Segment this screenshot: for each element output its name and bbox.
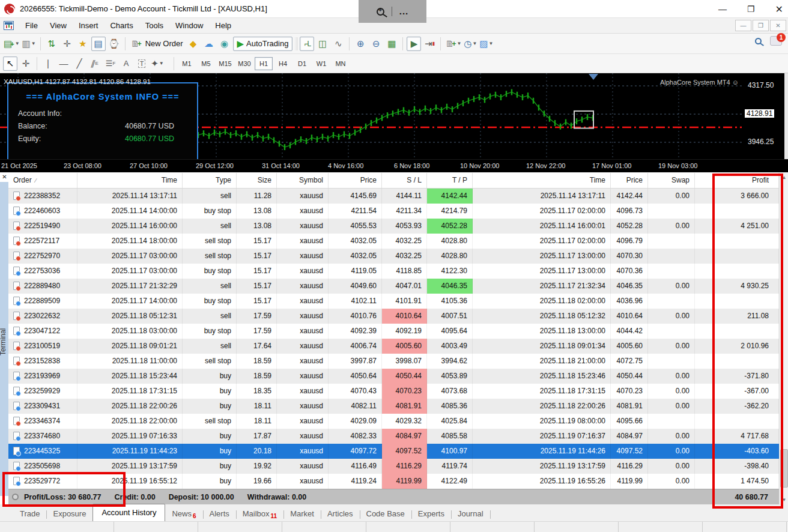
order-row-222388352[interactable]: 2223883522025.11.14 13:17:11sell11.28xau…	[8, 189, 779, 204]
tab-articles[interactable]: Articles	[321, 506, 360, 521]
profiles-button[interactable]: ▥▼	[22, 37, 37, 51]
menu-tools[interactable]: Tools	[139, 19, 169, 32]
terminal-close-icon[interactable]: ✕	[1, 173, 8, 181]
order-row-223259929[interactable]: 2232599292025.11.18 17:31:15buy18.35xauu…	[8, 384, 779, 399]
templates-button[interactable]: ▨▼	[479, 37, 494, 51]
timeframe-m5[interactable]: M5	[197, 57, 215, 70]
order-row-222752970[interactable]: 2227529702025.11.17 03:00:00sell stop15.…	[8, 249, 779, 264]
channel-tool[interactable]: ∥E	[88, 56, 102, 71]
column-header-profit[interactable]: Profit	[695, 173, 779, 188]
market-watch-button[interactable]: ⇅	[44, 37, 59, 51]
tab-alerts[interactable]: Alerts	[203, 506, 236, 521]
tab-journal[interactable]: Journal	[451, 506, 490, 521]
chart-close-button[interactable]: ✕	[770, 20, 786, 31]
tile-windows-button[interactable]: ▦	[384, 37, 399, 51]
trendline-tool[interactable]: ╱	[72, 56, 86, 71]
candlestick-chart-button[interactable]: ◫	[315, 37, 330, 51]
order-row-223529772[interactable]: 2235297722025.11.19 16:55:12buy19.66xauu…	[8, 474, 779, 489]
order-row-223445325[interactable]: 2234453252025.11.19 11:44:23buy20.18xauu…	[8, 444, 779, 459]
column-header-order[interactable]: Order∕	[8, 173, 77, 188]
window-minimize-button[interactable]: —	[718, 4, 727, 14]
chart-minimize-button[interactable]: —	[735, 20, 751, 31]
chart-shift-button[interactable]: ⇥▮	[422, 37, 437, 51]
text-label-tool[interactable]: T	[135, 56, 149, 71]
tab-exposure[interactable]: Exposure	[46, 506, 92, 521]
crosshair-tool[interactable]: ✛	[19, 56, 33, 71]
order-row-223152838[interactable]: 2231528382025.11.18 11:00:00sell stop18.…	[8, 354, 779, 369]
community-button[interactable]: ☁	[202, 37, 216, 51]
order-row-223309431[interactable]: 2233094312025.11.18 22:00:26buy18.11xauu…	[8, 399, 779, 414]
text-tool[interactable]: A	[119, 56, 133, 71]
new-order-button[interactable]: New Order	[145, 39, 183, 48]
window-restore-button[interactable]: ❐	[747, 4, 755, 14]
timeframe-mn[interactable]: MN	[332, 57, 350, 70]
tab-news[interactable]: News6	[165, 506, 202, 521]
terminal-button[interactable]: ▤	[91, 37, 106, 51]
line-chart-button[interactable]: ∿	[331, 37, 345, 51]
horizontal-line-tool[interactable]: —	[56, 56, 71, 71]
search-icon[interactable]	[755, 38, 762, 44]
navigator-button[interactable]: ★	[76, 37, 90, 51]
zoom-in-button[interactable]: ⊕	[353, 37, 368, 51]
tab-trade[interactable]: Trade	[13, 506, 46, 521]
auto-scroll-button[interactable]: ▶	[407, 37, 421, 51]
tab-market[interactable]: Market	[283, 506, 321, 521]
column-header-symbol[interactable]: Symbol	[277, 173, 329, 188]
vertical-line-tool[interactable]: ∣	[41, 56, 55, 71]
menu-help[interactable]: Help	[209, 19, 237, 32]
order-row-223505698[interactable]: 2235056982025.11.19 13:17:59buy19.92xauu…	[8, 459, 779, 474]
bar-chart-button[interactable]: ⌐L	[300, 37, 314, 51]
window-close-button[interactable]: ✕	[775, 4, 783, 15]
timeframe-w1[interactable]: W1	[312, 57, 330, 70]
new-chart-button[interactable]: ▤+▼	[3, 37, 20, 51]
order-row-223193969[interactable]: 2231939692025.11.18 15:23:44buy18.59xauu…	[8, 369, 779, 384]
column-header-price[interactable]: Price	[329, 173, 382, 188]
data-window-button[interactable]: ✛	[60, 37, 74, 51]
capture-more-button[interactable]: ...	[399, 8, 409, 14]
menu-insert[interactable]: Insert	[73, 19, 105, 32]
timeframe-h4[interactable]: H4	[274, 57, 292, 70]
order-row-222889480[interactable]: 2228894802025.11.17 21:32:29sell15.17xau…	[8, 279, 779, 294]
tab-mailbox[interactable]: Mailbox11	[236, 506, 283, 521]
column-header-size[interactable]: Size	[237, 173, 277, 188]
order-row-222460603[interactable]: 2224606032025.11.14 14:00:00buy stop13.0…	[8, 204, 779, 219]
new-order-icon[interactable]: 🗎+	[129, 37, 144, 51]
sound-button[interactable]: ◉	[217, 37, 232, 51]
column-header-price[interactable]: Price	[611, 173, 648, 188]
order-row-223022632[interactable]: 2230226322025.11.18 05:12:31sell17.59xau…	[8, 309, 779, 324]
notifications-icon[interactable]: 1	[770, 36, 782, 46]
timeframe-m1[interactable]: M1	[178, 57, 196, 70]
order-row-223100519[interactable]: 2231005192025.11.18 09:01:21sell17.64xau…	[8, 339, 779, 354]
arrows-tool[interactable]: ✦▼	[150, 56, 165, 71]
tab-experts[interactable]: Experts	[411, 506, 451, 521]
timeframe-d1[interactable]: D1	[293, 57, 311, 70]
order-row-222519490[interactable]: 2225194902025.11.14 16:00:00sell13.08xau…	[8, 219, 779, 234]
column-header-s-l[interactable]: S / L	[382, 173, 427, 188]
timeframe-m15[interactable]: M15	[216, 57, 234, 70]
order-row-223346374[interactable]: 2233463742025.11.18 22:00:00sell stop18.…	[8, 414, 779, 429]
indicators-button[interactable]: 🗎+▼	[444, 37, 462, 51]
tab-account-history[interactable]: Account History	[92, 504, 165, 521]
menu-file[interactable]: File	[19, 19, 44, 32]
column-header-t-p[interactable]: T / P	[427, 173, 473, 188]
scrollbar-thumb[interactable]	[780, 449, 788, 488]
scroll-up-icon[interactable]: ▲	[780, 173, 788, 182]
chart-area[interactable]: XAUUSD,H1 4127.87 4132.81 4120.86 4128.9…	[0, 73, 788, 159]
autotrading-button[interactable]: ▶ AutoTrading	[233, 37, 293, 51]
column-header-time[interactable]: Time	[77, 173, 183, 188]
order-row-223047122[interactable]: 2230471222025.11.18 03:00:00buy stop17.5…	[8, 324, 779, 339]
order-row-223374680[interactable]: 2233746802025.11.19 07:16:33buy17.87xauu…	[8, 429, 779, 444]
tab-code-base[interactable]: Code Base	[360, 506, 411, 521]
menu-view[interactable]: View	[44, 19, 73, 32]
menu-window[interactable]: Window	[169, 19, 209, 32]
order-row-222572117[interactable]: 2225721172025.11.14 18:00:00sell stop15.…	[8, 234, 779, 249]
cursor-tool[interactable]: ↖	[3, 56, 17, 71]
terminal-scrollbar[interactable]: ▲ ▼	[779, 173, 788, 504]
timeframe-h1[interactable]: H1	[255, 57, 273, 70]
zoom-out-button[interactable]: ⊖	[369, 37, 383, 51]
fibonacci-tool[interactable]: ☰F	[103, 56, 118, 71]
chart-restore-button[interactable]: ❐	[753, 20, 769, 31]
timeframe-m30[interactable]: M30	[235, 57, 253, 70]
order-row-222753036[interactable]: 2227530362025.11.17 03:00:00buy stop15.1…	[8, 264, 779, 279]
column-header-type[interactable]: Type	[183, 173, 237, 188]
